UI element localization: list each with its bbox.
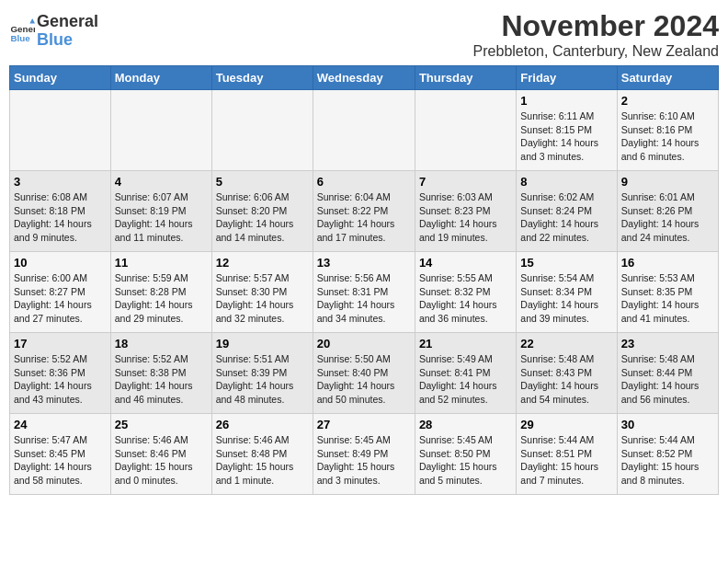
day-info: Sunrise: 6:00 AMSunset: 8:27 PMDaylight:… — [14, 271, 107, 326]
day-number: 1 — [520, 94, 612, 108]
calendar-cell — [313, 90, 415, 171]
day-number: 7 — [419, 175, 512, 189]
page-header: General Blue GeneralBlue November 2024 P… — [9, 9, 719, 60]
calendar-cell: 12Sunrise: 5:57 AMSunset: 8:30 PMDayligh… — [211, 252, 313, 333]
day-info: Sunrise: 5:54 AMSunset: 8:34 PMDaylight:… — [520, 271, 612, 326]
calendar-cell — [110, 90, 211, 171]
day-info: Sunrise: 5:46 AMSunset: 8:48 PMDaylight:… — [216, 433, 309, 488]
calendar-table: Sunday Monday Tuesday Wednesday Thursday… — [9, 65, 719, 495]
day-number: 12 — [216, 256, 309, 270]
calendar-week-5: 24Sunrise: 5:47 AMSunset: 8:45 PMDayligh… — [10, 414, 719, 495]
day-info: Sunrise: 6:04 AMSunset: 8:22 PMDaylight:… — [317, 190, 411, 245]
day-info: Sunrise: 5:46 AMSunset: 8:46 PMDaylight:… — [115, 433, 208, 488]
day-info: Sunrise: 5:53 AMSunset: 8:35 PMDaylight:… — [621, 271, 714, 326]
calendar-cell: 16Sunrise: 5:53 AMSunset: 8:35 PMDayligh… — [617, 252, 718, 333]
calendar-cell: 21Sunrise: 5:49 AMSunset: 8:41 PMDayligh… — [415, 333, 516, 414]
day-info: Sunrise: 5:57 AMSunset: 8:30 PMDaylight:… — [216, 271, 309, 326]
calendar-cell: 6Sunrise: 6:04 AMSunset: 8:22 PMDaylight… — [313, 171, 415, 252]
header-sunday: Sunday — [10, 66, 111, 90]
day-number: 17 — [14, 337, 107, 350]
day-info: Sunrise: 6:11 AMSunset: 8:15 PMDaylight:… — [520, 109, 612, 164]
header-thursday: Thursday — [415, 66, 516, 90]
header-monday: Monday — [110, 66, 211, 90]
logo: General Blue GeneralBlue — [9, 13, 98, 50]
calendar-cell: 10Sunrise: 6:00 AMSunset: 8:27 PMDayligh… — [10, 252, 111, 333]
calendar-cell: 30Sunrise: 5:44 AMSunset: 8:52 PMDayligh… — [617, 414, 718, 495]
calendar-week-2: 3Sunrise: 6:08 AMSunset: 8:18 PMDaylight… — [10, 171, 719, 252]
day-number: 10 — [14, 256, 107, 270]
location-title: Prebbleton, Canterbury, New Zealand — [473, 43, 719, 60]
calendar-cell: 3Sunrise: 6:08 AMSunset: 8:18 PMDaylight… — [10, 171, 111, 252]
day-info: Sunrise: 5:48 AMSunset: 8:43 PMDaylight:… — [520, 352, 612, 407]
day-number: 15 — [520, 256, 612, 270]
calendar-week-1: 1Sunrise: 6:11 AMSunset: 8:15 PMDaylight… — [10, 90, 719, 171]
day-info: Sunrise: 5:45 AMSunset: 8:49 PMDaylight:… — [317, 433, 411, 488]
day-number: 6 — [317, 175, 411, 189]
day-number: 9 — [621, 175, 714, 189]
day-info: Sunrise: 5:47 AMSunset: 8:45 PMDaylight:… — [14, 433, 107, 488]
day-number: 26 — [216, 418, 309, 431]
day-number: 21 — [419, 337, 512, 350]
day-number: 23 — [621, 337, 714, 350]
day-number: 19 — [216, 337, 309, 350]
day-number: 25 — [115, 418, 208, 431]
day-info: Sunrise: 5:51 AMSunset: 8:39 PMDaylight:… — [216, 352, 309, 407]
calendar-cell: 28Sunrise: 5:45 AMSunset: 8:50 PMDayligh… — [415, 414, 516, 495]
calendar-cell — [415, 90, 516, 171]
calendar-cell: 2Sunrise: 6:10 AMSunset: 8:16 PMDaylight… — [617, 90, 718, 171]
day-number: 27 — [317, 418, 411, 431]
calendar-header-row: Sunday Monday Tuesday Wednesday Thursday… — [10, 66, 719, 90]
day-info: Sunrise: 6:06 AMSunset: 8:20 PMDaylight:… — [216, 190, 309, 245]
calendar-cell: 20Sunrise: 5:50 AMSunset: 8:40 PMDayligh… — [313, 333, 415, 414]
calendar-cell: 4Sunrise: 6:07 AMSunset: 8:19 PMDaylight… — [110, 171, 211, 252]
day-number: 29 — [520, 418, 612, 431]
day-info: Sunrise: 6:07 AMSunset: 8:19 PMDaylight:… — [115, 190, 208, 245]
day-number: 24 — [14, 418, 107, 431]
calendar-cell: 7Sunrise: 6:03 AMSunset: 8:23 PMDaylight… — [415, 171, 516, 252]
day-info: Sunrise: 6:01 AMSunset: 8:26 PMDaylight:… — [621, 190, 714, 245]
day-info: Sunrise: 5:44 AMSunset: 8:51 PMDaylight:… — [520, 433, 612, 488]
day-number: 14 — [419, 256, 512, 270]
logo-icon: General Blue — [9, 18, 35, 44]
calendar-cell: 24Sunrise: 5:47 AMSunset: 8:45 PMDayligh… — [10, 414, 111, 495]
day-number: 28 — [419, 418, 512, 431]
calendar-week-4: 17Sunrise: 5:52 AMSunset: 8:36 PMDayligh… — [10, 333, 719, 414]
calendar-cell: 23Sunrise: 5:48 AMSunset: 8:44 PMDayligh… — [617, 333, 718, 414]
calendar-cell: 19Sunrise: 5:51 AMSunset: 8:39 PMDayligh… — [211, 333, 313, 414]
logo-text: GeneralBlue — [37, 13, 98, 50]
header-saturday: Saturday — [617, 66, 718, 90]
day-number: 11 — [115, 256, 208, 270]
day-info: Sunrise: 5:55 AMSunset: 8:32 PMDaylight:… — [419, 271, 512, 326]
calendar-cell: 15Sunrise: 5:54 AMSunset: 8:34 PMDayligh… — [517, 252, 617, 333]
day-info: Sunrise: 5:52 AMSunset: 8:38 PMDaylight:… — [115, 352, 208, 407]
day-info: Sunrise: 5:52 AMSunset: 8:36 PMDaylight:… — [14, 352, 107, 407]
day-info: Sunrise: 5:56 AMSunset: 8:31 PMDaylight:… — [317, 271, 411, 326]
day-number: 2 — [621, 94, 714, 108]
day-number: 3 — [14, 175, 107, 189]
header-tuesday: Tuesday — [211, 66, 313, 90]
day-number: 30 — [621, 418, 714, 431]
day-number: 22 — [520, 337, 612, 350]
day-info: Sunrise: 5:48 AMSunset: 8:44 PMDaylight:… — [621, 352, 714, 407]
calendar-cell — [10, 90, 111, 171]
day-info: Sunrise: 6:03 AMSunset: 8:23 PMDaylight:… — [419, 190, 512, 245]
day-number: 5 — [216, 175, 309, 189]
day-info: Sunrise: 6:08 AMSunset: 8:18 PMDaylight:… — [14, 190, 107, 245]
calendar-cell — [211, 90, 313, 171]
svg-text:Blue: Blue — [10, 33, 30, 43]
title-area: November 2024 Prebbleton, Canterbury, Ne… — [473, 9, 719, 60]
calendar-cell: 13Sunrise: 5:56 AMSunset: 8:31 PMDayligh… — [313, 252, 415, 333]
calendar-cell: 14Sunrise: 5:55 AMSunset: 8:32 PMDayligh… — [415, 252, 516, 333]
day-number: 13 — [317, 256, 411, 270]
calendar-cell: 25Sunrise: 5:46 AMSunset: 8:46 PMDayligh… — [110, 414, 211, 495]
svg-marker-2 — [29, 18, 35, 24]
day-info: Sunrise: 6:02 AMSunset: 8:24 PMDaylight:… — [520, 190, 612, 245]
calendar-cell: 11Sunrise: 5:59 AMSunset: 8:28 PMDayligh… — [110, 252, 211, 333]
calendar-cell: 26Sunrise: 5:46 AMSunset: 8:48 PMDayligh… — [211, 414, 313, 495]
day-number: 16 — [621, 256, 714, 270]
day-number: 4 — [115, 175, 208, 189]
day-number: 18 — [115, 337, 208, 350]
month-title: November 2024 — [473, 9, 719, 43]
day-info: Sunrise: 6:10 AMSunset: 8:16 PMDaylight:… — [621, 109, 714, 164]
header-wednesday: Wednesday — [313, 66, 415, 90]
